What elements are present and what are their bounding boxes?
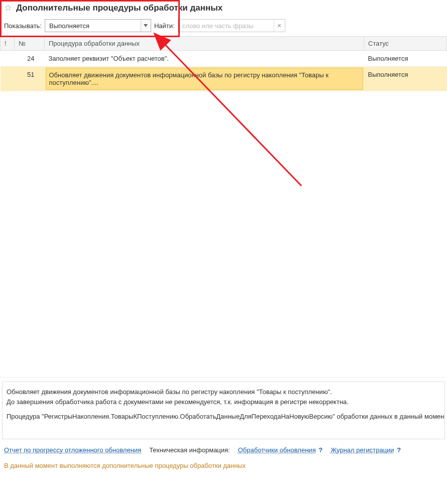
detail-line-1: Обновляет движения документов информацио…: [7, 387, 440, 397]
cell-status: Выполняется: [364, 51, 447, 67]
show-filter-dropdown[interactable]: Выполняется: [45, 19, 151, 32]
chevron-down-icon[interactable]: [141, 20, 151, 32]
col-header-procedure[interactable]: Процедура обработки данных: [45, 37, 364, 51]
help-icon[interactable]: ?: [395, 446, 401, 454]
cell-num: 24: [15, 51, 45, 67]
cell-procedure: Обновляет движения документов информацио…: [45, 67, 364, 91]
cell-procedure: Заполняет реквизит "Объект расчетов".: [45, 51, 364, 67]
cell-mark: [1, 67, 15, 91]
table-row[interactable]: 51Обновляет движения документов информац…: [1, 67, 447, 91]
registration-journal-link[interactable]: Журнал регистрации: [330, 446, 394, 454]
favorite-star-icon[interactable]: [4, 4, 12, 12]
update-handlers-link[interactable]: Обработчики обновления: [238, 446, 316, 454]
page-title: Дополнительные процедуры обработки данны…: [16, 3, 222, 13]
cell-mark: [1, 51, 15, 67]
report-progress-link[interactable]: Отчет по прогрессу отложенного обновлени…: [4, 446, 141, 454]
cell-status: Выполняется: [364, 67, 447, 91]
table-row[interactable]: 24Заполняет реквизит "Объект расчетов".В…: [1, 51, 447, 67]
clear-search-icon[interactable]: ×: [274, 20, 285, 32]
procedures-table: ! № Процедура обработки данных Статус 24…: [0, 36, 447, 91]
procedures-table-scroll[interactable]: ! № Процедура обработки данных Статус 24…: [0, 36, 447, 377]
detail-line-2: До завершения обработчика работа с докум…: [7, 397, 440, 407]
links-bar: Отчет по прогрессу отложенного обновлени…: [0, 441, 447, 459]
cell-num: 51: [15, 67, 45, 91]
detail-line-3: Процедура "РегистрыНакопления.ТоварыКПос…: [7, 412, 440, 422]
show-filter-value: Выполняется: [45, 22, 141, 30]
col-header-mark[interactable]: !: [1, 37, 15, 51]
find-label: Найти:: [154, 22, 175, 30]
tech-info-label: Техническая информация:: [149, 446, 230, 454]
show-filter-label: Показывать:: [4, 22, 42, 30]
search-field-wrap: ×: [178, 19, 285, 32]
search-input[interactable]: [178, 20, 274, 32]
col-header-status[interactable]: Статус: [364, 37, 447, 51]
detail-pane: Обновляет движения документов информацио…: [2, 382, 445, 439]
help-icon[interactable]: ?: [317, 446, 323, 454]
col-header-num[interactable]: №: [15, 37, 45, 51]
status-footer: В данный момент выполняются дополнительн…: [0, 459, 447, 475]
